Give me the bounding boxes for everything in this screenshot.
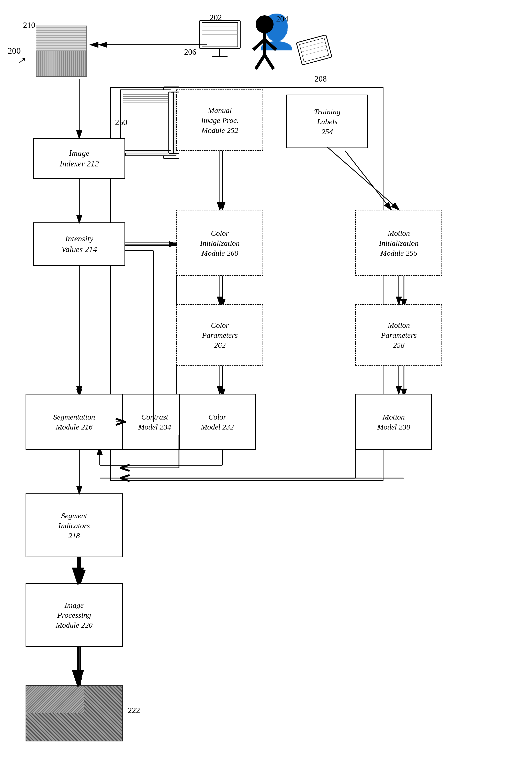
ref-208-label: 208 xyxy=(314,74,327,84)
color-init-box: ColorInitializationModule 260 xyxy=(176,210,263,276)
diagram: 200 ↗ 210 202 206 👤 xyxy=(0,0,532,768)
image-processing-module-box: ImageProcessingModule 220 xyxy=(26,583,123,647)
ref-204-label: 204 xyxy=(276,14,288,24)
manual-image-proc-box: ManualImage Proc.Module 252 xyxy=(176,89,263,151)
svg-line-40 xyxy=(265,55,274,69)
motion-model-box: MotionModel 230 xyxy=(355,394,432,450)
training-labels-box: TrainingLabels254 xyxy=(286,95,368,148)
ref-200-arrow: ↗ xyxy=(18,55,25,65)
motion-params-box: MotionParameters258 xyxy=(355,304,442,366)
image-thumb-210 xyxy=(36,26,87,77)
svg-line-39 xyxy=(256,55,265,69)
segment-indicators-box: SegmentIndicators218 xyxy=(26,493,123,557)
color-params-box: ColorParameters262 xyxy=(176,304,263,366)
color-model-box: ColorModel 232 xyxy=(179,394,256,450)
motion-init-box: MotionInitializationModule 256 xyxy=(355,210,442,276)
svg-point-35 xyxy=(256,15,274,33)
ref-222-label: 222 xyxy=(128,706,140,715)
image-indexer-box: ImageIndexer 212 xyxy=(33,138,125,179)
ref-250-label: 250 xyxy=(115,118,127,127)
ref-206-label: 206 xyxy=(184,47,196,57)
computer-monitor-icon xyxy=(194,18,245,64)
intensity-values-box: IntensityValues 214 xyxy=(33,222,125,266)
output-image-222 xyxy=(26,685,123,741)
ref-200: 200 xyxy=(8,46,21,56)
segmentation-module-box: SegmentationModule 216 xyxy=(26,394,123,450)
camera-device-icon xyxy=(294,31,335,72)
svg-rect-41 xyxy=(296,35,332,65)
ref-210-label: 210 xyxy=(23,20,35,30)
